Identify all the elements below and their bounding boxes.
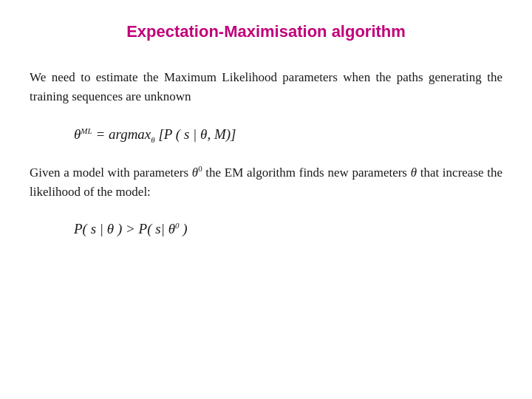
slide-content: We need to estimate the Maximum Likeliho…: [30, 68, 502, 247]
slide-title: Expectation-Maximisation algorithm: [30, 22, 502, 41]
bracket-expression: [P ( s | θ, M)]: [158, 126, 236, 142]
formula-2-block: P( s | θ ) > P( s| θ0 ): [74, 218, 502, 239]
paragraph-2: Given a model with parameters θ0 the EM …: [30, 163, 502, 202]
formula-1-block: θML = argmaxθ [P ( s | θ, M)]: [74, 123, 502, 146]
paragraph-2-part2: the EM algorithm finds new parameters: [202, 165, 411, 179]
paragraph-1-text: We need to estimate the Maximum Likeliho…: [30, 70, 502, 103]
theta-zero: θ: [192, 165, 198, 179]
zero-super-2: 0: [175, 221, 180, 230]
theta-param: θ: [411, 165, 417, 179]
paragraph-2-part1: Given a model with parameters: [30, 165, 192, 179]
paragraph-1: We need to estimate the Maximum Likeliho…: [30, 68, 502, 107]
formula-1: θML = argmaxθ [P ( s | θ, M)]: [74, 126, 236, 142]
formula-2: P( s | θ ) > P( s| θ0 ): [74, 221, 188, 236]
slide-container: Expectation-Maximisation algorithm We ne…: [0, 0, 532, 399]
theta-sub: θ: [151, 134, 154, 143]
ml-superscript: ML: [81, 126, 92, 134]
equals-argmax: = argmax: [95, 126, 151, 142]
theta-symbol: θ: [74, 126, 81, 142]
